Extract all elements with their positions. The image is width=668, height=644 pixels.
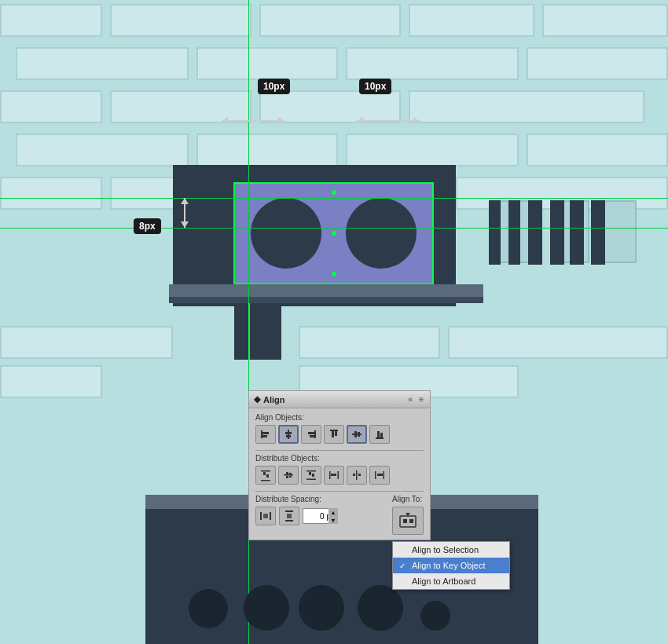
canvas: 10px 10px 8px xyxy=(0,0,668,644)
panel-body: Align Objects: xyxy=(249,408,430,540)
svg-rect-50 xyxy=(409,519,413,523)
svg-rect-7 xyxy=(308,432,314,434)
circle-right xyxy=(346,198,417,269)
panel-titlebar: ◆ Align « ≡ xyxy=(249,391,430,408)
align-objects-row xyxy=(255,425,424,444)
col-1 xyxy=(489,200,501,265)
align-objects-label: Align Objects: xyxy=(255,413,424,422)
align-center-v-btn[interactable] xyxy=(347,425,367,444)
brick-3-0 xyxy=(16,134,189,166)
col-2 xyxy=(508,200,520,265)
panel-menu-btn[interactable]: ≡ xyxy=(417,394,425,404)
svg-rect-1 xyxy=(262,432,269,434)
bottom-circle-3 xyxy=(299,585,344,631)
align-top-btn[interactable] xyxy=(324,425,344,444)
dist-center-h-btn[interactable] xyxy=(278,466,299,485)
svg-rect-0 xyxy=(261,430,262,438)
svg-rect-38 xyxy=(375,471,376,479)
bottom-circle-5 xyxy=(420,601,450,631)
align-bottom-btn[interactable] xyxy=(369,425,390,444)
svg-rect-43 xyxy=(270,512,271,520)
platform-ext-1 xyxy=(234,305,281,360)
svg-rect-2 xyxy=(262,435,267,437)
align-right-btn[interactable] xyxy=(301,425,321,444)
guide-h-2 xyxy=(0,228,668,229)
guide-v-extension xyxy=(248,303,250,360)
svg-rect-27 xyxy=(306,470,316,472)
dist-center-v-btn[interactable] xyxy=(347,466,367,485)
measure-right-arrow xyxy=(357,120,420,122)
measure-left-arrow xyxy=(222,120,284,122)
dropdown-item-artboard[interactable]: Align to Artboard xyxy=(393,573,509,589)
brick-1-2 xyxy=(346,47,519,80)
align-to-dropdown: Align to Selection ✓ Align to Key Object… xyxy=(392,541,510,590)
svg-rect-17 xyxy=(380,433,383,437)
distribute-spacing-section: Distribute Spacing: ▲ ▼ xyxy=(255,495,386,525)
green-dot-center xyxy=(332,231,336,236)
brick-5-1 xyxy=(299,326,440,359)
svg-rect-16 xyxy=(377,431,380,437)
arrow-bottom xyxy=(181,221,189,228)
divider-2 xyxy=(255,491,424,492)
col-3 xyxy=(528,200,542,265)
brick-0-3 xyxy=(409,4,534,37)
brick-3-2 xyxy=(346,134,519,166)
spacing-row: ▲ ▼ xyxy=(255,507,386,525)
svg-rect-25 xyxy=(289,473,292,474)
align-center-h-btn[interactable] xyxy=(278,425,299,444)
panel-title-text: Align xyxy=(263,395,285,404)
dropdown-item-selection[interactable]: Align to Selection xyxy=(393,542,509,558)
panel-collapse-btn[interactable]: « xyxy=(407,394,415,404)
measure-right-label: 10px xyxy=(359,79,391,94)
spacing-h-btn[interactable] xyxy=(255,507,276,525)
spinner-down[interactable]: ▼ xyxy=(328,516,338,524)
svg-rect-44 xyxy=(263,514,268,518)
svg-rect-31 xyxy=(329,471,331,479)
svg-rect-5 xyxy=(286,435,291,437)
bottom-section: Distribute Spacing: ▲ ▼ xyxy=(255,495,424,535)
svg-rect-22 xyxy=(284,474,293,476)
dist-top-btn[interactable] xyxy=(255,466,276,485)
svg-rect-21 xyxy=(266,474,269,478)
check-key-object: ✓ xyxy=(399,562,409,570)
svg-rect-23 xyxy=(286,472,288,474)
svg-rect-47 xyxy=(287,514,292,518)
svg-rect-14 xyxy=(358,432,360,437)
brick-2-3 xyxy=(409,90,644,123)
spacing-v-btn[interactable] xyxy=(279,507,299,525)
svg-rect-37 xyxy=(358,474,361,476)
dist-bottom-btn[interactable] xyxy=(301,466,321,485)
svg-rect-46 xyxy=(285,520,293,521)
svg-rect-42 xyxy=(260,512,262,520)
guide-h-1 xyxy=(0,198,668,199)
brick-6-0 xyxy=(0,365,102,398)
align-to-dropdown-btn[interactable] xyxy=(392,507,424,535)
brick-0-4 xyxy=(542,4,668,37)
align-left-btn[interactable] xyxy=(255,425,276,444)
check-selection xyxy=(399,546,409,554)
dropdown-item-key-object[interactable]: ✓ Align to Key Object xyxy=(393,558,509,573)
svg-rect-24 xyxy=(286,476,288,478)
svg-rect-29 xyxy=(309,472,311,475)
svg-rect-35 xyxy=(356,470,358,480)
panel-title-group: ◆ Align xyxy=(254,394,285,404)
distribute-objects-label: Distribute Objects: xyxy=(255,454,424,463)
spinner-up[interactable]: ▲ xyxy=(328,508,338,516)
brick-1-0 xyxy=(16,47,189,80)
svg-rect-30 xyxy=(312,474,314,477)
brick-3-1 xyxy=(196,134,338,166)
brick-5-0 xyxy=(0,326,173,359)
align-panel: ◆ Align « ≡ Align Objects: xyxy=(248,390,431,540)
bottom-circle-1 xyxy=(189,589,228,628)
measure-height-label: 8px xyxy=(134,218,161,234)
brick-2-1 xyxy=(110,90,251,123)
dist-right-btn[interactable] xyxy=(369,466,390,485)
svg-rect-11 xyxy=(335,431,337,436)
svg-rect-9 xyxy=(330,430,338,431)
align-to-label: Align To: xyxy=(392,495,424,503)
check-artboard xyxy=(399,577,409,586)
dist-left-btn[interactable] xyxy=(324,466,344,485)
col-6 xyxy=(591,200,605,265)
rail-dark xyxy=(169,297,483,303)
svg-rect-4 xyxy=(285,432,292,434)
